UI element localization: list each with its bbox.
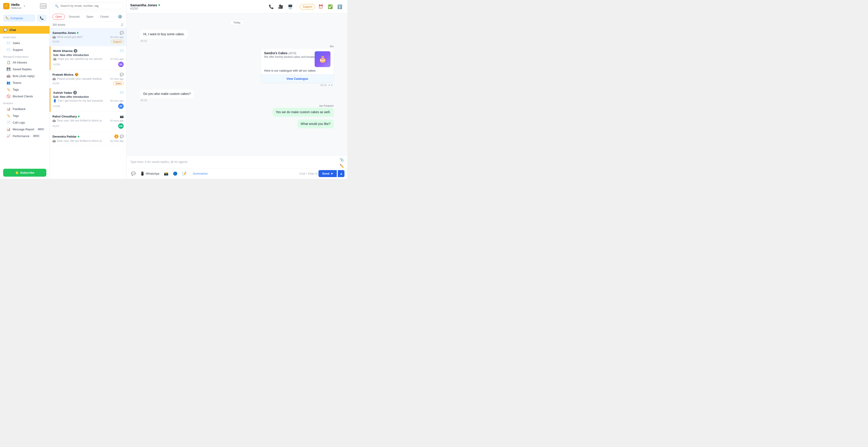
send-arrow-icon: ➤ [331, 172, 333, 175]
bot-avatar-icon-3: 🤖 [53, 77, 56, 80]
emoji-button[interactable]: ✏️ [340, 164, 344, 168]
sidebar-item-blocked-clients[interactable]: 🚫 Blocked Clients [0, 93, 50, 100]
sidebar-item-support[interactable]: ✉️ Support [0, 46, 50, 53]
notes-icon: 📝 [182, 171, 186, 176]
message-report-icon: 📊 [6, 127, 10, 131]
subscribe-button[interactable]: ⭐ Subscribe [3, 169, 46, 177]
send-area: Cmd + Enter to Send ➤ ▲ [299, 170, 344, 177]
tags-icon: 🏷️ [6, 88, 10, 91]
feedback-icon: 📊 [6, 107, 10, 111]
message-bubble-5: What would you like? [298, 119, 334, 129]
conversation-item[interactable]: Ashish Yadav 4 ✉️ Sub: New offer introdu… [51, 88, 126, 112]
sidebar-item-all-inboxes[interactable]: 📋 All Inboxes [0, 59, 50, 66]
sidebar-item-feedback[interactable]: 📊 Feedback [0, 105, 50, 112]
sidebar-collapse-button[interactable]: ◁◁ [40, 3, 46, 8]
conversation-item[interactable]: Mohit Sharma 4 ✉️ Sub: New offer introdu… [51, 46, 126, 70]
summarize-button[interactable]: Summarize [191, 171, 210, 176]
conv-time-6: 56 mins ago [110, 140, 124, 142]
conv-avatar-4: AY [118, 103, 124, 109]
conv-name-6: Devendra Patidar [53, 135, 79, 138]
sort-button[interactable]: ☰ [121, 23, 124, 27]
sidebar-item-call-logs[interactable]: 📄 Call Logs [0, 119, 50, 126]
sidebar-item-label-tags2: Tags [13, 114, 19, 117]
online-indicator-6 [78, 136, 79, 137]
phone-call-button[interactable]: 📞 [268, 3, 275, 11]
sidebar-item-teams[interactable]: 👥 Teams [0, 79, 50, 86]
sidebar-item-sales[interactable]: ✉️ Sales [0, 39, 50, 46]
video-call-button[interactable]: 🎥 [277, 3, 285, 11]
info-button[interactable]: ℹ️ [336, 3, 344, 11]
saved-replies-icon: 💾 [6, 67, 10, 71]
tab-snoozed[interactable]: Snoozed [66, 14, 82, 20]
tab-spam[interactable]: Spam [84, 14, 96, 20]
conversation-item[interactable]: Prateek Mishra 😍 💬 🤖 Please provide your… [50, 70, 126, 88]
sidebar-item-performance[interactable]: 📈 Performance BETA [0, 133, 50, 139]
sidebar-item-tags2[interactable]: 🏷️ Tags [0, 112, 50, 119]
bot-avatar-icon-6: 🤖 [53, 139, 56, 142]
conversation-meta: 350 tickets ☰ [50, 22, 126, 28]
sidebar-item-bots[interactable]: 🤖 Bots (Auto reply) [0, 72, 50, 79]
conv-label-3: Sales [113, 81, 124, 85]
conv-name-5: Rahul Choudhary [53, 115, 80, 118]
send-expand-button[interactable]: ▲ [338, 170, 344, 177]
screen-share-button[interactable]: 🖥️ [286, 3, 294, 11]
instagram-toolbar-btn[interactable]: 📸 [162, 170, 170, 177]
conversation-item[interactable]: Samantha Jones 💬 🤖 What would you like? … [50, 28, 126, 46]
search-input[interactable] [53, 2, 124, 9]
alarm-button[interactable]: ⏰ [317, 3, 324, 11]
send-button[interactable]: Send ➤ [318, 170, 337, 177]
bot-card-title: Sandra's Cakes (#579) [264, 51, 315, 55]
tab-open[interactable]: Open [53, 14, 65, 20]
conv-item-wrap-3: Prateek Mishra 😍 💬 🤖 Please provide your… [50, 70, 126, 88]
chat-input-box: Type here, # for saved replies, @ for ag… [127, 156, 347, 168]
filter-icon: ⚙️ [118, 15, 122, 19]
sidebar-item-message-report[interactable]: 📊 Message Report BETA [0, 126, 50, 133]
filter-button[interactable]: ⚙️ [116, 13, 124, 20]
input-placeholder-text: Type here, # for saved replies, @ for ag… [130, 160, 187, 164]
chat-contact-id: #1233 [130, 7, 160, 10]
sort-icon: ☰ [121, 23, 124, 27]
bot-avatar-icon-1: 🤖 [53, 35, 56, 39]
chat-contact-name: Samantha Jones [130, 3, 157, 7]
resolve-button[interactable]: ✅ [327, 3, 334, 11]
whatsapp-channel-icon-3: 💬 [120, 73, 124, 76]
call-button[interactable]: 📞 [37, 14, 46, 22]
conversation-item[interactable]: Rahul Choudhary 📷 🤖 Dear user, We are th… [50, 112, 126, 132]
facebook-toolbar-btn[interactable]: 🔵 [171, 170, 179, 177]
sidebar-item-label-performance: Performance [13, 134, 29, 138]
conversation-item[interactable]: Devendra Patidar 2 💬 🤖 Dear user, We are… [50, 132, 126, 145]
attachment-button[interactable]: 📎 [340, 158, 344, 162]
send-label: Send [322, 172, 329, 175]
whatsapp-toolbar-item[interactable]: 📱 WhatsApp [138, 170, 161, 177]
bot-card-image: 🎂 [315, 51, 331, 67]
sidebar-item-label-sales: Sales [13, 41, 20, 45]
message-sender-4: Jay Panjwani [319, 104, 334, 107]
chat-input-area: Type here, # for saved replies, @ for ag… [127, 155, 347, 179]
date-divider: Today [140, 20, 334, 25]
sidebar-item-chat[interactable]: 💬 Chat [0, 26, 50, 34]
bot-card-header: Sandra's Cakes (#579) We offer freshly b… [261, 48, 334, 69]
video-icon: 🎥 [278, 4, 283, 9]
view-catalogue-link[interactable]: View Catalogue [261, 74, 334, 83]
chat-main: Samantha Jones #1233 📞 🎥 🖥️ Support ⏰ [127, 0, 347, 179]
instagram-icon: 📸 [164, 171, 168, 176]
chat-header-actions: 📞 🎥 🖥️ Support ⏰ ✅ ℹ️ [268, 3, 344, 11]
compose-button[interactable]: ✏️ Compose [3, 14, 35, 22]
notes-toolbar-btn[interactable]: 📝 [180, 170, 188, 177]
performance-icon: 📈 [6, 134, 10, 138]
conv-name-2: Mohit Sharma 4 [53, 49, 77, 53]
conv-item-wrap-4: Ashish Yadav 4 ✉️ Sub: New offer introdu… [50, 88, 126, 112]
conv-name-3: Prateek Mishra 😍 [53, 73, 79, 76]
chat-icon-toolbar-btn[interactable]: 💬 [129, 170, 137, 177]
message-row-4: Jay Panjwani Yes we do make custom cakes… [140, 104, 334, 117]
whatsapp-label: WhatsApp [146, 172, 159, 175]
conv-preview-5: 🤖 Dear user, We are thrilled to inform y… [53, 119, 102, 122]
sidebar-item-tags[interactable]: 🏷️ Tags [0, 86, 50, 93]
star-icon: ⭐ [15, 171, 19, 174]
conv-item-wrap-1: Samantha Jones 💬 🤖 What would you like? … [50, 28, 126, 46]
tab-closed[interactable]: Closed [97, 14, 112, 20]
conv-label-1: Support [111, 40, 124, 43]
sidebar-item-label-feedback: Feedback [13, 107, 26, 111]
sidebar-item-saved-replies[interactable]: 💾 Saved Replies [0, 66, 50, 72]
check-circle-icon: ✅ [328, 4, 333, 9]
